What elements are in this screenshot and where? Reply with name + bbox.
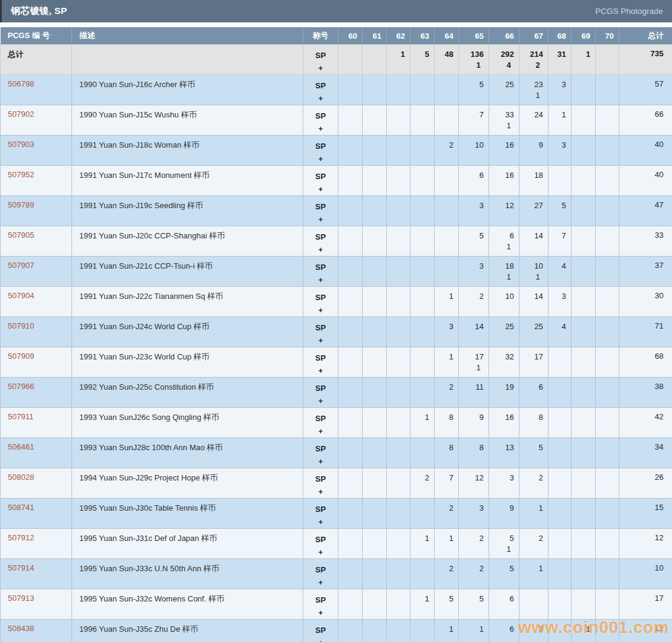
grade-cell-68 <box>548 166 572 196</box>
grade-cell-66: 6 <box>489 620 519 642</box>
grade-cell-65: 9 <box>459 408 489 438</box>
grade-cell-69 <box>572 257 596 287</box>
pcgs-number-link[interactable]: 507903 <box>8 140 34 149</box>
pcgs-number-link[interactable]: 508741 <box>8 503 34 512</box>
sp-count: 3 <box>435 321 453 332</box>
table-row: 5079101991 Yuan Sun-J24c World Cup 样币SP+… <box>1 317 672 347</box>
row-total-cell: 47 <box>619 196 672 226</box>
grade-cell-60 <box>338 226 363 257</box>
grade-cell-70 <box>596 438 619 468</box>
page-title: 钢芯镀镍, SP <box>11 5 67 18</box>
grade-cell-60 <box>338 589 363 620</box>
row-total-cell: 12 <box>619 620 672 642</box>
designation-plus: + <box>303 213 338 226</box>
grade-cell-61 <box>363 378 387 408</box>
pcgs-number-link[interactable]: 507966 <box>8 382 34 391</box>
designation-plus: + <box>303 274 338 286</box>
grade-cell-65: 5 <box>459 589 489 620</box>
col-header-grade-66: 66 <box>489 27 519 45</box>
designation-cell: SP+ <box>303 45 338 75</box>
pcgs-number-link[interactable]: 507905 <box>8 231 34 240</box>
designation-cell: SP+ <box>303 620 338 642</box>
grade-cell-60 <box>338 196 363 226</box>
grade-cell-63 <box>410 499 435 529</box>
sp-count: 25 <box>489 79 514 90</box>
grade-cell-66: 19 <box>489 378 519 408</box>
grade-cell-69 <box>572 559 596 589</box>
grade-cell-66: 10 <box>489 287 519 317</box>
sp-count: 2 <box>519 533 543 544</box>
grade-cell-70 <box>596 408 619 438</box>
grade-cell-68: 5 <box>548 196 572 226</box>
pcgs-number-link[interactable]: 507904 <box>8 291 34 300</box>
grade-cell-64: 1 <box>435 347 459 378</box>
pcgs-number-link[interactable]: 507914 <box>8 563 34 572</box>
sp-count: 3 <box>489 473 514 483</box>
table-row: 5067981990 Yuan Sun-J16c Archer 样币SP+525… <box>1 75 672 105</box>
description-cell: 1991 Yuan Sun-J22c Tiananmen Sq 样币 <box>72 287 303 317</box>
grade-cell-64: 7 <box>435 468 459 499</box>
pcgs-number-link[interactable]: 507911 <box>8 412 33 421</box>
description-cell: 1993 Yuan SunJ28c 100th Ann Mao 样币 <box>72 438 303 468</box>
grade-cell-64 <box>435 196 459 226</box>
pcgs-number-cell: 507966 <box>1 378 72 408</box>
grade-cell-69 <box>572 105 596 136</box>
pcgs-number-link[interactable]: 506798 <box>8 79 34 88</box>
sp-count: 3 <box>519 624 543 635</box>
grade-cell-68 <box>548 499 572 529</box>
pcgs-number-link[interactable]: 507902 <box>8 110 34 119</box>
pcgs-number-link[interactable]: 508438 <box>8 624 34 633</box>
sp-count: 5 <box>548 200 566 211</box>
designation-cell: SP+ <box>303 438 338 468</box>
description-cell: 1991 Yuan Sun-J19c Seedling 样币 <box>72 196 303 226</box>
pcgs-number-link[interactable]: 508028 <box>8 473 34 482</box>
sp-count: 8 <box>435 412 453 423</box>
col-header-grade-62: 62 <box>387 27 410 45</box>
grade-cell-61 <box>363 226 387 257</box>
designation-plus: + <box>303 334 338 347</box>
grade-cell-66: 181 <box>489 257 519 287</box>
grade-cell-67: 27 <box>519 196 548 226</box>
sp-plus-count: 1 <box>519 272 543 283</box>
grade-cell-64 <box>435 226 459 257</box>
grade-cell-68 <box>548 559 572 589</box>
table-row: 5079021990 Yuan Sun-J15c Wushu 样币SP+7331… <box>1 105 672 136</box>
pcgs-number-link[interactable]: 507952 <box>8 170 34 179</box>
sp-count: 5 <box>435 594 453 604</box>
table-row: 5079041991 Yuan Sun-J22c Tiananmen Sq 样币… <box>1 287 672 317</box>
designation-sp: SP <box>303 200 338 213</box>
grade-cell-64 <box>435 105 459 136</box>
grade-cell-65: 2 <box>459 529 489 559</box>
designation-sp: SP <box>303 170 338 183</box>
pcgs-number-cell: 507909 <box>1 347 72 378</box>
sp-count: 31 <box>548 49 566 60</box>
pcgs-number-link[interactable]: 507912 <box>8 533 34 542</box>
grade-cell-69 <box>572 589 596 620</box>
pcgs-number-link[interactable]: 507907 <box>8 261 34 270</box>
photograde-link[interactable]: PCGS Photograde <box>595 7 663 16</box>
grade-cell-69 <box>572 378 596 408</box>
grade-cell-66: 16 <box>489 166 519 196</box>
grade-cell-64: 8 <box>435 438 459 468</box>
sp-count: 17 <box>519 352 543 362</box>
pcgs-number-link[interactable]: 506461 <box>8 442 34 451</box>
grade-cell-65: 6 <box>459 166 489 196</box>
pcgs-number-link[interactable]: 507909 <box>8 352 34 361</box>
pcgs-number-link[interactable]: 507910 <box>8 321 34 330</box>
grade-cell-69 <box>572 75 596 105</box>
row-total-cell: 30 <box>619 287 672 317</box>
sp-count: 10 <box>519 261 543 272</box>
grade-cell-65: 1361 <box>459 45 489 75</box>
grade-cell-65: 1 <box>459 620 489 642</box>
sp-count: 1 <box>519 503 543 514</box>
pcgs-number-link[interactable]: 509789 <box>8 200 34 209</box>
grade-cell-68 <box>548 408 572 438</box>
row-total-cell: 735 <box>619 45 672 75</box>
pcgs-number-link[interactable]: 507913 <box>8 594 34 603</box>
grade-cell-62 <box>387 589 410 620</box>
sp-plus-count: 1 <box>459 60 484 71</box>
description-cell: 1991 Yuan Sun-J20c CCP-Shanghai 样币 <box>72 226 303 257</box>
sp-count: 1 <box>459 624 484 635</box>
pcgs-number-cell: 506798 <box>1 75 72 105</box>
grade-cell-61 <box>363 166 387 196</box>
